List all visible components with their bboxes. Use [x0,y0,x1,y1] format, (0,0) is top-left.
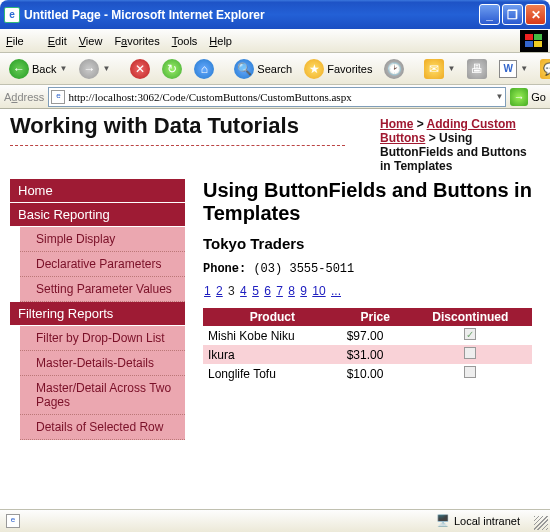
print-icon: 🖶 [467,59,487,79]
pager-link-3: 3 [228,284,235,298]
table-row: Mishi Kobe Niku$97.00 [203,326,532,345]
address-label: Address [4,91,44,103]
history-icon: 🕑 [384,59,404,79]
toolbar: ← Back ▼ → ▼ ✕ ↻ ⌂ 🔍Search ★Favorites 🕑 … [0,53,550,85]
sidebar-header-filter[interactable]: Filtering Reports [10,302,185,325]
phone-value: (03) 3555-5011 [253,262,354,276]
products-table: Product Price Discontinued Mishi Kobe Ni… [203,308,532,383]
cell-product: Longlife Tofu [203,364,342,383]
refresh-button[interactable]: ↻ [157,57,187,81]
go-label: Go [531,91,546,103]
pager-link-8[interactable]: 8 [288,284,295,298]
favorites-button[interactable]: ★Favorites [299,57,377,81]
svg-rect-0 [525,34,533,40]
sidebar-item-setting[interactable]: Setting Parameter Values [20,277,185,302]
edit-icon: W [499,60,517,78]
menu-file[interactable]: File [6,35,36,47]
zone-icon: 🖥️ [436,514,450,528]
pager-more[interactable]: ... [331,284,341,298]
address-field[interactable]: e ▼ [48,87,506,107]
stop-icon: ✕ [130,59,150,79]
address-bar: Address e ▼ → Go [0,85,550,109]
history-button[interactable]: 🕑 [379,57,409,81]
cell-disc [409,345,532,364]
main-content: Using ButtonFields and Buttons in Templa… [185,179,540,440]
sidebar-item-two-pages[interactable]: Master/Detail Across Two Pages [20,376,185,415]
cell-price: $97.00 [342,326,409,345]
cell-disc [409,326,532,345]
address-input[interactable] [68,91,492,103]
menu-help[interactable]: Help [209,35,232,47]
back-arrow-icon: ← [9,59,29,79]
sidebar-item-simple[interactable]: Simple Display [20,227,185,252]
home-button[interactable]: ⌂ [189,57,219,81]
mail-icon: ✉ [424,59,444,79]
pager-link-7[interactable]: 7 [276,284,283,298]
col-price: Price [342,308,409,326]
search-button[interactable]: 🔍Search [229,57,297,81]
discuss-button[interactable]: 💬 [535,57,550,81]
col-product: Product [203,308,342,326]
close-button[interactable]: ✕ [525,4,546,25]
cell-disc [409,364,532,383]
supplier-name: Tokyo Traders [203,235,532,252]
menu-tools[interactable]: Tools [172,35,198,47]
cell-product: Ikura [203,345,342,364]
pager-link-4[interactable]: 4 [240,284,247,298]
stop-button[interactable]: ✕ [125,57,155,81]
sidebar-header-basic[interactable]: Basic Reporting [10,203,185,226]
edit-button[interactable]: W▼ [494,58,533,80]
go-button[interactable]: → Go [510,88,546,106]
minimize-button[interactable]: _ [479,4,500,25]
chevron-down-icon[interactable]: ▼ [495,92,503,101]
menu-edit[interactable]: Edit [48,35,67,47]
pager-link-1[interactable]: 1 [204,284,211,298]
zone-label: Local intranet [454,515,520,527]
phone-label: Phone: [203,262,246,276]
mail-button[interactable]: ✉▼ [419,57,460,81]
discuss-icon: 💬 [540,59,550,79]
forward-button[interactable]: → ▼ [74,57,115,81]
pager-link-9[interactable]: 9 [300,284,307,298]
pager-link-2[interactable]: 2 [216,284,223,298]
back-button[interactable]: ← Back ▼ [4,57,72,81]
menu-favorites[interactable]: Favorites [114,35,159,47]
window-title: Untitled Page - Microsoft Internet Explo… [24,8,477,22]
page-icon: e [51,90,65,104]
home-icon: ⌂ [194,59,214,79]
go-arrow-icon: → [510,88,528,106]
pager-link-6[interactable]: 6 [264,284,271,298]
sidebar-item-declarative[interactable]: Declarative Parameters [20,252,185,277]
svg-rect-1 [534,34,542,40]
page-content: Working with Data Tutorials Home > Addin… [0,109,550,509]
windows-logo-icon [520,30,548,52]
cell-price: $10.00 [342,364,409,383]
cell-price: $31.00 [342,345,409,364]
sidebar-item-selected-row[interactable]: Details of Selected Row [20,415,185,440]
print-button[interactable]: 🖶 [462,57,492,81]
menu-bar: File Edit View Favorites Tools Help [0,29,550,53]
page-title: Working with Data Tutorials [10,113,345,146]
menu-view[interactable]: View [79,35,103,47]
checkbox-discontinued [464,328,476,340]
pager-link-5[interactable]: 5 [252,284,259,298]
checkbox-discontinued [464,366,476,378]
cell-product: Mishi Kobe Niku [203,326,342,345]
crumb-home[interactable]: Home [380,117,413,131]
svg-rect-2 [525,41,533,47]
resize-grip[interactable] [534,516,548,530]
search-label: Search [257,63,292,75]
status-page-icon: e [6,514,20,528]
content-heading: Using ButtonFields and Buttons in Templa… [203,179,532,225]
pager-link-10[interactable]: 10 [312,284,325,298]
table-row: Ikura$31.00 [203,345,532,364]
sidebar-item-home[interactable]: Home [10,179,185,202]
status-bar: e 🖥️ Local intranet [0,509,550,532]
maximize-button[interactable]: ❐ [502,4,523,25]
sidebar-item-master-details[interactable]: Master-Details-Details [20,351,185,376]
ie-icon: e [4,7,20,23]
svg-rect-3 [534,41,542,47]
search-icon: 🔍 [234,59,254,79]
chevron-down-icon: ▼ [102,64,110,73]
sidebar-item-dropdown[interactable]: Filter by Drop-Down List [20,326,185,351]
